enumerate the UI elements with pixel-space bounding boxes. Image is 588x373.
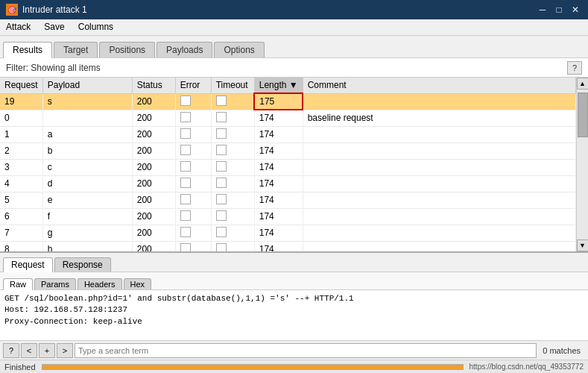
cell-comment bbox=[303, 192, 575, 208]
cell-error bbox=[175, 142, 211, 159]
title-bar-left: 🎯 Intruder attack 1 bbox=[6, 4, 87, 16]
col-header-error[interactable]: Error bbox=[175, 78, 211, 93]
col-header-timeout[interactable]: Timeout bbox=[211, 78, 254, 93]
cell-length: 174 bbox=[254, 126, 303, 142]
request-line-3: Proxy-Connection: keep-alive bbox=[4, 316, 584, 327]
close-button[interactable]: ✕ bbox=[569, 4, 582, 16]
cell-error bbox=[175, 93, 211, 110]
col-header-status[interactable]: Status bbox=[132, 78, 175, 93]
table-body: 19 s 200 175 0 200 174 baseline request … bbox=[0, 93, 576, 251]
request-line-2: Host: 192.168.57.128:1237 bbox=[4, 304, 584, 316]
cell-length: 174 bbox=[254, 142, 303, 159]
next-button[interactable]: > bbox=[57, 343, 73, 358]
table-row[interactable]: 1 a 200 174 bbox=[0, 126, 576, 142]
cell-payload: b bbox=[42, 142, 132, 159]
tab-response[interactable]: Response bbox=[54, 257, 111, 272]
cell-request: 6 bbox=[0, 208, 42, 225]
help-button[interactable]: ? bbox=[3, 343, 19, 358]
cell-length: 174 bbox=[254, 225, 303, 241]
cell-comment bbox=[303, 241, 575, 251]
scroll-down-button[interactable]: ▼ bbox=[577, 239, 589, 251]
scroll-thumb[interactable] bbox=[578, 93, 588, 137]
request-content: GET /sql/boolean.php?id=1' and substr(da… bbox=[0, 290, 588, 340]
menu-save[interactable]: Save bbox=[41, 21, 67, 34]
menu-columns[interactable]: Columns bbox=[75, 21, 116, 34]
cell-timeout bbox=[211, 241, 254, 251]
search-input[interactable] bbox=[75, 343, 537, 358]
cell-length: 174 bbox=[254, 208, 303, 225]
table-row[interactable]: 7 g 200 174 bbox=[0, 225, 576, 241]
cell-comment bbox=[303, 175, 575, 192]
status-bar: ? < + > 0 matches bbox=[0, 340, 588, 360]
table-row[interactable]: 4 d 200 174 bbox=[0, 175, 576, 192]
cell-request: 2 bbox=[0, 142, 42, 159]
format-tab-params[interactable]: Params bbox=[34, 278, 76, 289]
cell-payload: a bbox=[42, 126, 132, 142]
col-header-length[interactable]: Length ▼ bbox=[254, 78, 303, 93]
format-tab-raw[interactable]: Raw bbox=[3, 278, 33, 290]
cell-status: 200 bbox=[132, 208, 175, 225]
col-header-request[interactable]: Request bbox=[0, 78, 42, 93]
tab-target[interactable]: Target bbox=[54, 42, 98, 57]
cell-error bbox=[175, 159, 211, 175]
col-header-payload[interactable]: Payload bbox=[42, 78, 132, 93]
main-tabs: Results Target Positions Payloads Option… bbox=[0, 36, 588, 58]
prev-button[interactable]: < bbox=[21, 343, 37, 358]
table-scrollbar[interactable]: ▲ ▼ bbox=[576, 78, 588, 251]
tab-options[interactable]: Options bbox=[214, 42, 264, 57]
format-tab-headers[interactable]: Headers bbox=[78, 278, 122, 289]
cell-payload: h bbox=[42, 241, 132, 251]
format-tabs: Raw Params Headers Hex bbox=[0, 272, 588, 290]
cell-timeout bbox=[211, 142, 254, 159]
progress-fill bbox=[42, 365, 463, 369]
filter-help-button[interactable]: ? bbox=[567, 61, 582, 75]
cell-comment bbox=[303, 208, 575, 225]
cell-length: 174 bbox=[254, 241, 303, 251]
cell-timeout bbox=[211, 93, 254, 110]
table-row[interactable]: 0 200 174 baseline request bbox=[0, 110, 576, 126]
table-row[interactable]: 5 e 200 174 bbox=[0, 192, 576, 208]
cell-comment bbox=[303, 225, 575, 241]
cell-request: 19 bbox=[0, 93, 42, 110]
table-row[interactable]: 6 f 200 174 bbox=[0, 208, 576, 225]
window-controls: ─ □ ✕ bbox=[536, 4, 582, 16]
filter-bar: Filter: Showing all items ? bbox=[0, 58, 588, 78]
tab-results[interactable]: Results bbox=[3, 42, 52, 58]
cell-payload: s bbox=[42, 93, 132, 110]
cell-error bbox=[175, 110, 211, 126]
results-table-container[interactable]: Request Payload Status Error Timeout Len… bbox=[0, 78, 576, 251]
cell-comment bbox=[303, 142, 575, 159]
tab-payloads[interactable]: Payloads bbox=[157, 42, 212, 57]
cell-status: 200 bbox=[132, 110, 175, 126]
cell-request: 0 bbox=[0, 110, 42, 126]
table-row[interactable]: 3 c 200 174 bbox=[0, 159, 576, 175]
cell-request: 1 bbox=[0, 126, 42, 142]
tab-positions[interactable]: Positions bbox=[99, 42, 155, 57]
req-resp-tabs: Request Response bbox=[0, 253, 588, 272]
col-header-comment[interactable]: Comment bbox=[303, 78, 575, 93]
menu-attack[interactable]: Attack bbox=[3, 21, 34, 34]
results-table: Request Payload Status Error Timeout Len… bbox=[0, 78, 576, 251]
table-row[interactable]: 2 b 200 174 bbox=[0, 142, 576, 159]
cell-payload: d bbox=[42, 175, 132, 192]
cell-payload bbox=[42, 110, 132, 126]
maximize-button[interactable]: □ bbox=[552, 4, 566, 16]
scroll-up-button[interactable]: ▲ bbox=[577, 78, 589, 90]
cell-length: 175 bbox=[254, 93, 303, 110]
table-row[interactable]: 19 s 200 175 bbox=[0, 93, 576, 110]
cell-error bbox=[175, 208, 211, 225]
format-tab-hex[interactable]: Hex bbox=[124, 278, 152, 289]
cell-status: 200 bbox=[132, 175, 175, 192]
minimize-button[interactable]: ─ bbox=[536, 4, 549, 16]
filter-text: Filter: Showing all items bbox=[6, 63, 101, 73]
tab-request[interactable]: Request bbox=[3, 257, 53, 272]
cell-comment bbox=[303, 159, 575, 175]
cell-request: 8 bbox=[0, 241, 42, 251]
cell-timeout bbox=[211, 159, 254, 175]
cell-timeout bbox=[211, 126, 254, 142]
bottom-panel: Request Response Raw Params Headers Hex … bbox=[0, 251, 588, 360]
scroll-track[interactable] bbox=[577, 90, 588, 239]
bottom-status-bar: Finished https://blog.csdn.net/qq_493537… bbox=[0, 360, 588, 373]
add-button[interactable]: + bbox=[39, 343, 55, 358]
table-row[interactable]: 8 h 200 174 bbox=[0, 241, 576, 251]
